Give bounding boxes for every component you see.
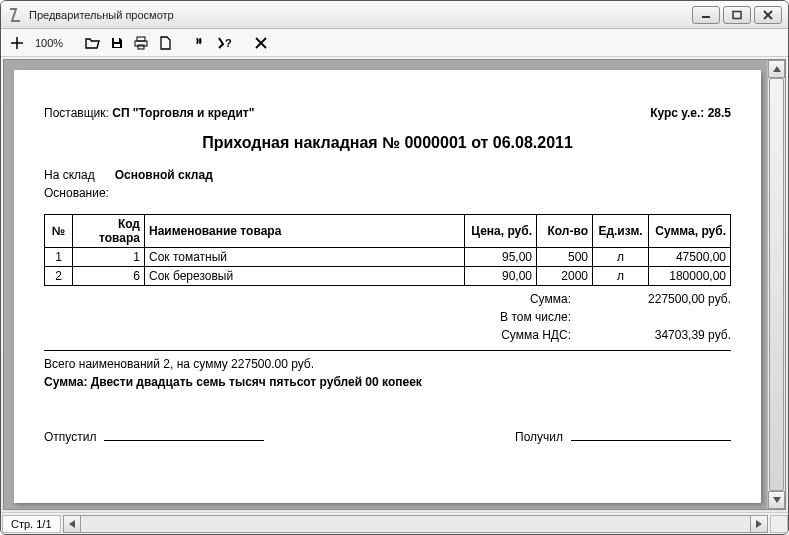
divider (44, 350, 731, 351)
summary-words-value: Двести двадцать семь тысяч пятьсот рубле… (91, 375, 422, 389)
size-grip[interactable] (770, 515, 788, 533)
table-row: 2 6 Сок березовый 90,00 2000 л 180000,00 (45, 267, 731, 286)
col-num: № (45, 215, 73, 248)
cell-code: 6 (73, 267, 145, 286)
summary-words-label: Сумма: (44, 375, 87, 389)
cell-sum: 180000,00 (649, 267, 731, 286)
cell-name: Сок березовый (145, 267, 465, 286)
cell-name: Сок томатный (145, 248, 465, 267)
total-vat-value: 34703,39 руб. (611, 328, 731, 342)
total-sum-label: Сумма: (451, 292, 571, 306)
total-incl-label: В том числе: (451, 310, 571, 324)
zoom-level[interactable]: 100% (31, 33, 67, 53)
col-price: Цена, руб. (465, 215, 537, 248)
scroll-track[interactable] (768, 78, 785, 491)
sign-released-label: Отпустил (44, 430, 96, 444)
totals-block: Сумма: 227500,00 руб. В том числе: Сумма… (44, 290, 731, 344)
exchange-rate: Курс у.е.: 28.5 (650, 106, 731, 120)
window-title: Предварительный просмотр (29, 9, 692, 21)
app-icon (7, 7, 23, 23)
toolbar: 100% ? (1, 29, 788, 57)
save-button[interactable] (107, 33, 127, 53)
total-incl-value (611, 310, 731, 324)
basis-line: Основание: (44, 186, 731, 200)
summary-words: Сумма: Двести двадцать семь тысяч пятьсо… (44, 375, 731, 389)
find-button[interactable] (191, 33, 211, 53)
cell-code: 1 (73, 248, 145, 267)
close-button[interactable] (754, 6, 782, 24)
cell-sum: 47500,00 (649, 248, 731, 267)
col-name: Наименование товара (145, 215, 465, 248)
open-button[interactable] (83, 33, 103, 53)
supplier-value: СП "Торговля и кредит" (112, 106, 254, 120)
document-title: Приходная накладная № 0000001 от 06.08.2… (44, 134, 731, 152)
fit-page-button[interactable] (7, 33, 27, 53)
warehouse-label: На склад (44, 168, 95, 182)
col-unit: Ед.изм. (593, 215, 649, 248)
cell-num: 1 (45, 248, 73, 267)
items-table: № Код товара Наименование товара Цена, р… (44, 214, 731, 286)
col-qty: Кол-во (537, 215, 593, 248)
scroll-up-button[interactable] (768, 60, 785, 78)
window-buttons (692, 6, 782, 24)
vertical-scrollbar[interactable] (767, 60, 785, 509)
print-button[interactable] (131, 33, 151, 53)
page-viewport[interactable]: Поставщик: СП "Торговля и кредит" Курс у… (4, 60, 767, 509)
svg-rect-8 (137, 37, 145, 41)
supplier-label: Поставщик: (44, 106, 109, 120)
preview-window: Предварительный просмотр 100% (0, 0, 789, 535)
table-header-row: № Код товара Наименование товара Цена, р… (45, 215, 731, 248)
cell-price: 90,00 (465, 267, 537, 286)
svg-rect-6 (114, 38, 119, 42)
horizontal-scrollbar[interactable] (63, 515, 768, 533)
new-page-button[interactable] (155, 33, 175, 53)
minimize-button[interactable] (692, 6, 720, 24)
statusbar: Стр. 1/1 (1, 512, 788, 534)
col-sum: Сумма, руб. (649, 215, 731, 248)
scroll-left-button[interactable] (63, 515, 81, 533)
summary-count: Всего наименований 2, на сумму 227500.00… (44, 357, 731, 371)
svg-rect-7 (114, 44, 120, 47)
cell-unit: л (593, 267, 649, 286)
page-indicator: Стр. 1/1 (2, 515, 61, 533)
supplier-line: Поставщик: СП "Торговля и кредит" (44, 106, 254, 120)
sign-line (104, 429, 264, 441)
warehouse-value: Основной склад (115, 168, 213, 182)
sign-received-label: Получил (515, 430, 563, 444)
maximize-button[interactable] (723, 6, 751, 24)
svg-text:?: ? (225, 37, 232, 49)
svg-rect-1 (733, 11, 741, 18)
table-row: 1 1 Сок томатный 95,00 500 л 47500,00 (45, 248, 731, 267)
basis-label: Основание: (44, 186, 109, 200)
sign-line (571, 429, 731, 441)
warehouse-line: На склад Основной склад (44, 168, 731, 182)
total-sum-value: 227500,00 руб. (611, 292, 731, 306)
hscroll-track[interactable] (81, 515, 750, 533)
cell-num: 2 (45, 267, 73, 286)
document-page: Поставщик: СП "Торговля и кредит" Курс у… (14, 70, 761, 503)
scroll-right-button[interactable] (750, 515, 768, 533)
titlebar: Предварительный просмотр (1, 1, 788, 29)
total-vat-label: Сумма НДС: (451, 328, 571, 342)
cell-unit: л (593, 248, 649, 267)
help-button[interactable]: ? (215, 33, 235, 53)
sign-received: Получил (515, 429, 731, 444)
signatures: Отпустил Получил (44, 429, 731, 444)
close-preview-button[interactable] (251, 33, 271, 53)
sign-released: Отпустил (44, 429, 264, 444)
cell-price: 95,00 (465, 248, 537, 267)
col-code: Код товара (73, 215, 145, 248)
cell-qty: 500 (537, 248, 593, 267)
content-area: Поставщик: СП "Торговля и кредит" Курс у… (3, 59, 786, 510)
scroll-thumb[interactable] (769, 78, 784, 491)
cell-qty: 2000 (537, 267, 593, 286)
scroll-down-button[interactable] (768, 491, 785, 509)
